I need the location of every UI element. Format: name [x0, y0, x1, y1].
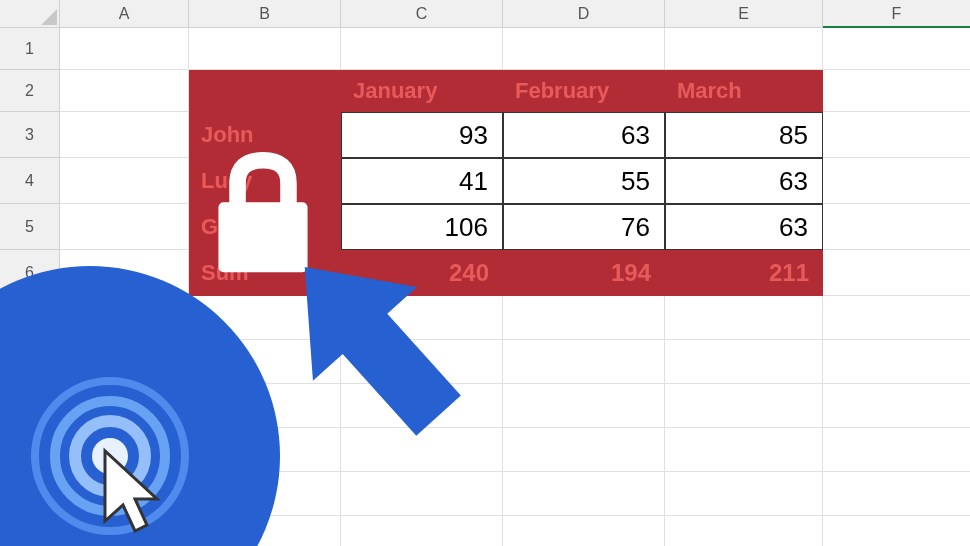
- cell-a1[interactable]: [60, 28, 189, 70]
- select-all-triangle-icon: [41, 9, 57, 25]
- cell-a5[interactable]: [60, 204, 189, 250]
- cell-e3[interactable]: 85: [665, 112, 823, 158]
- column-header-b[interactable]: B: [189, 0, 341, 28]
- cell-f2[interactable]: [823, 70, 970, 112]
- cell-blank[interactable]: [503, 516, 665, 546]
- row-header-2[interactable]: 2: [0, 70, 60, 112]
- cell-a2[interactable]: [60, 70, 189, 112]
- cell-c5[interactable]: 106: [341, 204, 503, 250]
- cell-e4[interactable]: 63: [665, 158, 823, 204]
- cell-blank[interactable]: [665, 340, 823, 384]
- cell-blank[interactable]: [503, 384, 665, 428]
- cell-blank[interactable]: [665, 516, 823, 546]
- cell-e6[interactable]: 211: [665, 250, 823, 296]
- cell-f4[interactable]: [823, 158, 970, 204]
- cell-b4[interactable]: Lucy: [189, 158, 341, 204]
- cell-d3[interactable]: 63: [503, 112, 665, 158]
- row-header-5[interactable]: 5: [0, 204, 60, 250]
- row-header-1[interactable]: 1: [0, 28, 60, 70]
- cell-b2[interactable]: [189, 70, 341, 112]
- cell-e1[interactable]: [665, 28, 823, 70]
- cell-e5[interactable]: 63: [665, 204, 823, 250]
- row-header-4[interactable]: 4: [0, 158, 60, 204]
- cell-blank[interactable]: [341, 472, 503, 516]
- cell-blank[interactable]: [823, 472, 970, 516]
- cell-blank[interactable]: [341, 296, 503, 340]
- cell-d4[interactable]: 55: [503, 158, 665, 204]
- cell-b5[interactable]: Grace: [189, 204, 341, 250]
- column-header-e[interactable]: E: [665, 0, 823, 28]
- column-header-f[interactable]: F: [823, 0, 970, 28]
- cell-f1[interactable]: [823, 28, 970, 70]
- cell-blank[interactable]: [503, 472, 665, 516]
- cell-f5[interactable]: [823, 204, 970, 250]
- svg-marker-0: [41, 9, 57, 25]
- cell-blank[interactable]: [823, 340, 970, 384]
- cell-blank[interactable]: [665, 472, 823, 516]
- cell-c4[interactable]: 41: [341, 158, 503, 204]
- cell-a3[interactable]: [60, 112, 189, 158]
- cell-blank[interactable]: [341, 428, 503, 472]
- cell-blank[interactable]: [823, 428, 970, 472]
- cell-blank[interactable]: [341, 340, 503, 384]
- cell-blank[interactable]: [503, 340, 665, 384]
- cell-a4[interactable]: [60, 158, 189, 204]
- cell-b6[interactable]: Sum: [189, 250, 341, 296]
- cell-blank[interactable]: [665, 384, 823, 428]
- cell-c3[interactable]: 93: [341, 112, 503, 158]
- column-header-d[interactable]: D: [503, 0, 665, 28]
- cell-blank[interactable]: [823, 296, 970, 340]
- cell-f6[interactable]: [823, 250, 970, 296]
- cell-blank[interactable]: [823, 384, 970, 428]
- cell-blank[interactable]: [341, 384, 503, 428]
- cell-blank[interactable]: [503, 296, 665, 340]
- cell-c1[interactable]: [341, 28, 503, 70]
- cell-c6[interactable]: 240: [341, 250, 503, 296]
- cell-blank[interactable]: [665, 428, 823, 472]
- column-header-a[interactable]: A: [60, 0, 189, 28]
- cell-b3[interactable]: John: [189, 112, 341, 158]
- cell-b1[interactable]: [189, 28, 341, 70]
- cell-f3[interactable]: [823, 112, 970, 158]
- column-headers: A B C D E F: [60, 0, 970, 28]
- column-header-c[interactable]: C: [341, 0, 503, 28]
- cell-d1[interactable]: [503, 28, 665, 70]
- spreadsheet-grid: A B C D E F 1 2 3 4 5 6 J: [0, 0, 970, 546]
- cell-d5[interactable]: 76: [503, 204, 665, 250]
- cell-d2[interactable]: February: [503, 70, 665, 112]
- cell-blank[interactable]: [341, 516, 503, 546]
- cell-blank[interactable]: [503, 428, 665, 472]
- cell-blank[interactable]: [665, 296, 823, 340]
- row-header-3[interactable]: 3: [0, 112, 60, 158]
- select-all-corner[interactable]: [0, 0, 60, 28]
- click-cursor-icon: [20, 366, 220, 546]
- cell-blank[interactable]: [823, 516, 970, 546]
- cell-e2[interactable]: March: [665, 70, 823, 112]
- cell-c2[interactable]: January: [341, 70, 503, 112]
- cell-d6[interactable]: 194: [503, 250, 665, 296]
